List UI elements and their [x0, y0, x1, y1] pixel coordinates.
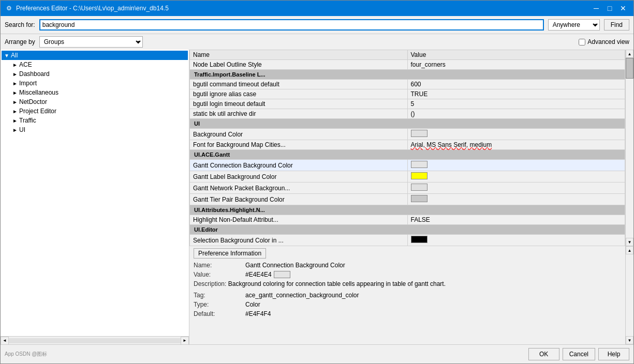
info-default-value: #E4F4F4 — [245, 310, 271, 317]
info-name-row: Name: Gantt Connection Background Color — [194, 262, 621, 269]
ok-button[interactable]: OK — [528, 348, 559, 360]
info-panel-inner: Preference Information Name: Gantt Conne… — [189, 246, 625, 322]
hscroll-right-btn[interactable]: ► — [181, 337, 189, 345]
pref-name: Node Label Outline Style — [190, 60, 408, 70]
help-button[interactable]: Help — [598, 348, 629, 360]
pref-value: FALSE — [407, 215, 625, 225]
hscroll-track — [9, 338, 181, 343]
pref-value-color — [407, 194, 625, 205]
info-vscroll-down-btn[interactable]: ▼ — [626, 336, 633, 344]
tree-item-netdoctor[interactable]: ► NetDoctor — [10, 97, 188, 107]
table-row[interactable]: Font for Background Map Cities... Arial,… — [190, 140, 625, 150]
sidebar-hscroll[interactable]: ◄ ► — [1, 336, 189, 344]
table-row[interactable]: bgutil command timeout default 600 — [190, 80, 625, 89]
tree-panel: ▼ All ► ACE ► Dashboard ► Import — [1, 50, 189, 336]
info-name-label: Name: — [194, 262, 245, 269]
info-vscroll[interactable]: ▲ ▼ — [625, 246, 633, 344]
pref-name: Font for Background Map Cities... — [190, 140, 408, 150]
tree-item-project-editor[interactable]: ► Project Editor — [10, 107, 188, 116]
advanced-view-checkbox-group: Advanced view — [579, 38, 629, 46]
table-row[interactable]: Highlight Non-Default Attribut... FALSE — [190, 215, 625, 225]
pref-name: bgutil ignore alias case — [190, 89, 408, 99]
group-row-traffic-import: Traffic.Import.Baseline L... — [190, 70, 625, 80]
arrange-toolbar: Arrange by Groups Name Tag Advanced view — [1, 34, 633, 50]
info-tag-label: Tag: — [194, 292, 245, 299]
tree-item-dashboard[interactable]: ► Dashboard — [10, 69, 188, 79]
info-name-value: Gantt Connection Background Color — [245, 262, 345, 269]
tree-label-all: All — [11, 52, 18, 59]
pref-name: Gantt Label Background Color — [190, 171, 408, 183]
pref-name: Gantt Connection Background Color — [190, 160, 408, 171]
arrange-dropdown[interactable]: Groups Name Tag — [39, 36, 143, 48]
pref-name: Selection Background Color in ... — [190, 235, 408, 246]
search-input[interactable] — [39, 19, 544, 31]
sidebar: ▼ All ► ACE ► Dashboard ► Import — [1, 50, 189, 344]
close-button[interactable]: ✕ — [617, 3, 629, 13]
table-row[interactable]: bgutil login timeout default 5 — [190, 99, 625, 109]
info-panel-wrapper: Preference Information Name: Gantt Conne… — [189, 246, 633, 344]
table-row[interactable]: Gantt Connection Background Color — [190, 160, 625, 171]
table-row[interactable]: Background Color — [190, 129, 625, 140]
col-header-value: Value — [407, 50, 625, 60]
group-row-ui: UI — [190, 119, 625, 129]
advanced-view-label[interactable]: Advanced view — [587, 38, 629, 46]
find-button[interactable]: Find — [604, 19, 629, 31]
tree-children-all: ► ACE ► Dashboard ► Import ► Miscellaneo… — [10, 60, 188, 134]
advanced-view-checkbox[interactable] — [579, 39, 585, 46]
tree-label-ui: UI — [19, 126, 25, 133]
table-row[interactable]: Selection Background Color in ... — [190, 235, 625, 246]
tree-item-ace[interactable]: ► ACE — [10, 60, 188, 69]
cancel-button[interactable]: Cancel — [563, 348, 595, 360]
tree-item-import[interactable]: ► Import — [10, 79, 188, 88]
hscroll-left-btn[interactable]: ◄ — [1, 337, 9, 345]
info-default-label: Default: — [194, 310, 245, 317]
info-type-row: Type: Color — [194, 301, 621, 308]
tree-label-dashboard: Dashboard — [19, 70, 50, 78]
info-vscroll-up-btn[interactable]: ▲ — [626, 246, 633, 254]
window-title: Preferences Editor - C:\Users\Lv\op_admi… — [16, 5, 590, 12]
pref-value: () — [407, 109, 625, 119]
vscroll-up-btn[interactable]: ▲ — [626, 50, 633, 58]
group-row-ui-editor: UI.Editor — [190, 225, 625, 235]
color-swatch-gantt-tier — [411, 195, 427, 202]
pref-value: 600 — [407, 80, 625, 89]
tree-expander-import: ► — [11, 79, 19, 87]
table-wrapper: Name Value Node Label Outline Style four… — [189, 50, 633, 246]
info-value-label: Value: — [194, 271, 245, 278]
maximize-button[interactable]: □ — [603, 3, 616, 13]
minimize-button[interactable]: ─ — [590, 3, 602, 13]
group-label-ui-attr-highlight: UI.Attributes.Highlight.N... — [190, 205, 625, 215]
tree-expander-ace: ► — [11, 60, 19, 69]
table-row[interactable]: bgutil ignore alias case TRUE — [190, 89, 625, 99]
pref-value: 5 — [407, 99, 625, 109]
titlebar-buttons: ─ □ ✕ — [590, 3, 629, 13]
info-tag-value: ace_gantt_connection_background_color — [245, 292, 359, 299]
info-description-row: Description: Background coloring for con… — [194, 280, 621, 287]
table-row[interactable]: Node Label Outline Style four_corners — [190, 60, 625, 70]
tree-item-traffic[interactable]: ► Traffic — [10, 116, 188, 125]
table-row[interactable]: Gantt Network Packet Backgroun... — [190, 183, 625, 194]
table-row[interactable]: Gantt Label Background Color — [190, 171, 625, 183]
tree-item-ui[interactable]: ► UI — [10, 125, 188, 134]
search-scope-dropdown[interactable]: Anywhere Name Value Tag — [548, 19, 600, 31]
color-swatch-gantt-label — [411, 172, 427, 179]
vscroll-down-btn[interactable]: ▼ — [626, 238, 633, 246]
tree-item-miscellaneous[interactable]: ► Miscellaneous — [10, 88, 188, 97]
arrange-select[interactable]: Groups Name Tag — [39, 36, 143, 48]
info-value-row: Value: #E4E4E4 — [194, 271, 621, 278]
tree-item-all[interactable]: ▼ All — [2, 51, 188, 60]
vscroll-thumb[interactable] — [626, 58, 633, 79]
search-scope-select[interactable]: Anywhere Name Value Tag — [548, 19, 600, 31]
table-row[interactable]: Gantt Tier Pair Background Color — [190, 194, 625, 205]
pref-value: four_corners — [407, 60, 625, 70]
table-row[interactable]: static bk util archive dir () — [190, 109, 625, 119]
group-label-traffic-import: Traffic.Import.Baseline L... — [190, 70, 625, 80]
pref-name: bgutil login timeout default — [190, 99, 408, 109]
info-tag-row: Tag: ace_gantt_connection_background_col… — [194, 292, 621, 299]
table-vscroll[interactable]: ▲ ▼ — [625, 50, 633, 246]
color-swatch-gantt-conn — [411, 161, 427, 168]
color-swatch-gantt-network — [411, 184, 427, 191]
pref-name: static bk util archive dir — [190, 109, 408, 119]
tree-expander-miscellaneous: ► — [11, 88, 19, 97]
table-scroll[interactable]: Name Value Node Label Outline Style four… — [189, 50, 625, 246]
